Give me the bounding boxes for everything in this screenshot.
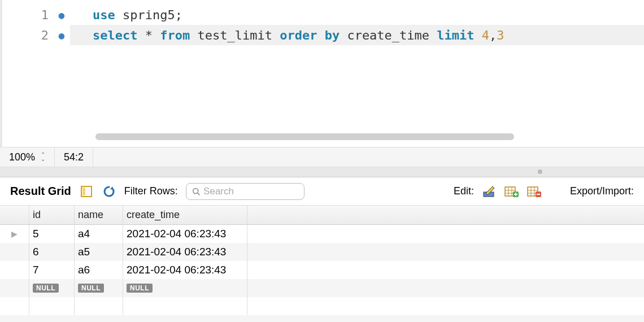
table-row[interactable]: 7 a6 2021-02-04 06:23:43 — [0, 261, 644, 279]
breakpoint-dot-icon[interactable]: ● — [53, 29, 70, 41]
cell-create-time[interactable]: 2021-02-04 06:23:43 — [123, 225, 247, 243]
edit-label: Edit: — [454, 185, 474, 197]
column-header-id[interactable]: id — [29, 206, 75, 224]
result-grid-label: Result Grid — [10, 185, 71, 198]
pane-divider[interactable] — [0, 167, 644, 177]
table-header-row: id name create_time — [0, 206, 644, 225]
cell-name[interactable]: a5 — [75, 243, 123, 261]
svg-rect-1 — [82, 188, 85, 195]
row-indicator[interactable] — [0, 279, 29, 297]
row-indicator[interactable]: ▶ — [0, 225, 29, 243]
cell-null[interactable]: NULL — [123, 279, 247, 297]
svg-rect-2 — [86, 188, 90, 195]
row-gutter-header — [0, 206, 29, 224]
export-import-label: Export/Import: — [570, 185, 634, 197]
cursor-position: 54:2 — [55, 147, 93, 167]
cell-create-time[interactable]: 2021-02-04 06:23:43 — [123, 261, 247, 279]
zoom-value: 100% — [9, 151, 35, 163]
null-badge: NULL — [33, 284, 59, 293]
line-number: 2 — [2, 28, 53, 42]
sql-editor[interactable]: 1 ● use spring5; 2 ● select * from test_… — [0, 0, 644, 147]
svg-line-4 — [198, 193, 200, 195]
delete-row-icon[interactable] — [527, 184, 542, 199]
table-row-null[interactable]: NULL NULL NULL — [0, 279, 644, 297]
divider-handle-icon[interactable] — [538, 169, 542, 174]
row-indicator[interactable] — [0, 243, 29, 261]
zoom-level[interactable]: 100% ⌃⌄ — [0, 147, 55, 167]
cell-create-time[interactable]: 2021-02-04 06:23:43 — [123, 243, 247, 261]
cell-null[interactable]: NULL — [75, 279, 123, 297]
svg-point-3 — [193, 188, 198, 193]
column-header-name[interactable]: name — [75, 206, 123, 224]
edit-row-icon[interactable] — [482, 184, 497, 199]
cell-name[interactable]: a6 — [75, 261, 123, 279]
code-text[interactable]: use spring5; — [70, 5, 644, 25]
search-input[interactable] — [203, 186, 298, 197]
row-indicator[interactable] — [0, 261, 29, 279]
column-header-create-time[interactable]: create_time — [123, 206, 247, 224]
line-number: 1 — [2, 8, 53, 22]
editor-status-bar: 100% ⌃⌄ 54:2 — [0, 147, 644, 167]
null-badge: NULL — [127, 284, 153, 293]
search-icon — [192, 187, 200, 196]
grid-view-icon[interactable] — [79, 184, 94, 199]
horizontal-scrollbar[interactable] — [95, 133, 514, 140]
cell-id[interactable]: 5 — [29, 225, 75, 243]
cell-null[interactable]: NULL — [29, 279, 75, 297]
results-toolbar: Result Grid Filter Rows: Edit: Export/Im… — [0, 177, 644, 206]
code-line[interactable]: 2 ● select * from test_limit order by cr… — [2, 25, 644, 45]
cell-id[interactable]: 7 — [29, 261, 75, 279]
breakpoint-dot-icon[interactable]: ● — [53, 9, 70, 21]
zoom-stepper-icon[interactable]: ⌃⌄ — [41, 153, 45, 162]
table-row[interactable]: 6 a5 2021-02-04 06:23:43 — [0, 243, 644, 261]
table-row[interactable]: ▶ 5 a4 2021-02-04 06:23:43 — [0, 225, 644, 243]
refresh-icon[interactable] — [102, 184, 116, 199]
code-text[interactable]: select * from test_limit order by create… — [70, 25, 644, 45]
filter-search-box[interactable] — [186, 183, 304, 200]
cell-name[interactable]: a4 — [75, 225, 123, 243]
result-grid-table[interactable]: id name create_time ▶ 5 a4 2021-02-04 06… — [0, 206, 644, 315]
table-row-empty — [0, 297, 644, 315]
null-badge: NULL — [78, 284, 104, 293]
filter-rows-label: Filter Rows: — [124, 185, 178, 197]
current-row-icon: ▶ — [11, 229, 18, 238]
code-line[interactable]: 1 ● use spring5; — [2, 5, 644, 25]
column-header-empty — [247, 206, 644, 224]
add-row-icon[interactable] — [504, 184, 519, 199]
cell-id[interactable]: 6 — [29, 243, 75, 261]
